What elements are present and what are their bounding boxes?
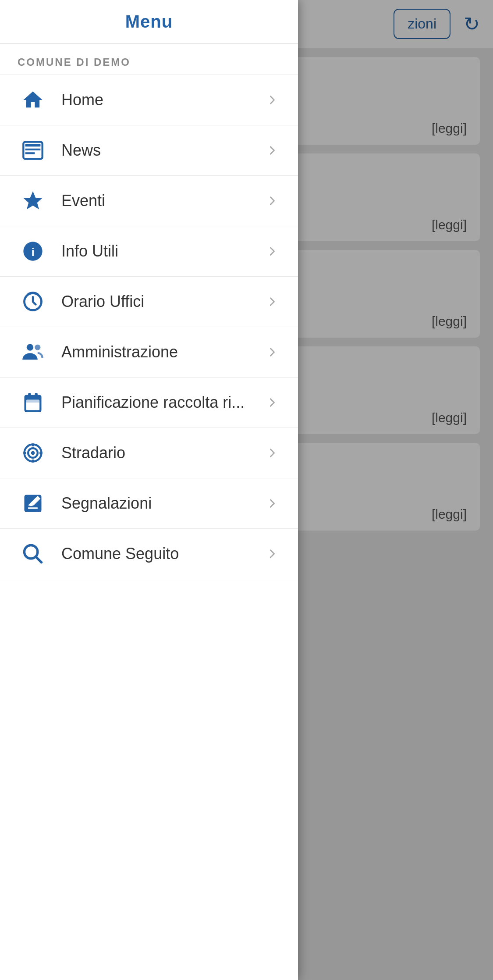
menu-item-comune-seguito-label: Comune Seguito: [61, 545, 265, 563]
target-icon: [18, 442, 48, 464]
menu-title: Menu: [125, 12, 173, 32]
chevron-right-icon: [265, 245, 280, 257]
menu-item-stradario[interactable]: Stradario: [0, 428, 298, 478]
svg-text:i: i: [31, 246, 34, 259]
svg-rect-10: [28, 393, 31, 397]
chevron-right-icon: [265, 497, 280, 510]
svg-rect-12: [26, 400, 39, 403]
menu-item-comune-seguito[interactable]: Comune Seguito: [0, 529, 298, 579]
chevron-right-icon: [265, 296, 280, 308]
chevron-right-icon: [265, 195, 280, 207]
menu-list: Home News: [0, 75, 298, 980]
svg-marker-2: [23, 191, 42, 209]
clock-icon: [18, 290, 48, 313]
menu-item-pianificazione[interactable]: Pianificazione raccolta ri...: [0, 378, 298, 428]
menu-section-label: COMUNE DI DEMO: [0, 44, 298, 75]
chevron-right-icon: [265, 396, 280, 409]
menu-item-orario-uffici-label: Orario Uffici: [61, 292, 265, 311]
home-icon: [18, 89, 48, 111]
menu-item-info-utili[interactable]: i Info Utili: [0, 226, 298, 277]
menu-item-stradario-label: Stradario: [61, 444, 265, 462]
menu-item-amministrazione-label: Amministrazione: [61, 343, 265, 361]
group-icon: [18, 341, 48, 363]
svg-point-6: [27, 344, 33, 351]
menu-item-home-label: Home: [61, 91, 265, 109]
menu-item-pianificazione-label: Pianificazione raccolta ri...: [61, 393, 265, 412]
chevron-right-icon: [265, 447, 280, 459]
search-icon: [18, 542, 48, 565]
svg-point-7: [35, 345, 40, 350]
svg-rect-11: [35, 393, 37, 397]
chevron-right-icon: [265, 346, 280, 358]
info-icon: i: [18, 240, 48, 263]
menu-item-home[interactable]: Home: [0, 75, 298, 125]
edit-icon: [18, 492, 48, 515]
menu-item-segnalazioni-label: Segnalazioni: [61, 494, 265, 513]
menu-item-eventi[interactable]: Eventi: [0, 176, 298, 226]
menu-item-amministrazione[interactable]: Amministrazione: [0, 327, 298, 378]
menu-item-news[interactable]: News: [0, 125, 298, 176]
svg-line-23: [36, 557, 42, 563]
menu-item-orario-uffici[interactable]: Orario Uffici: [0, 277, 298, 327]
chevron-right-icon: [265, 144, 280, 157]
menu-item-eventi-label: Eventi: [61, 192, 265, 210]
chevron-right-icon: [265, 548, 280, 560]
menu-item-info-utili-label: Info Utili: [61, 242, 265, 260]
menu-item-segnalazioni[interactable]: Segnalazioni: [0, 478, 298, 529]
chevron-right-icon: [265, 94, 280, 106]
calendar-icon: [18, 391, 48, 414]
menu-drawer: Menu COMUNE DI DEMO Home: [0, 0, 298, 980]
svg-point-15: [31, 451, 35, 455]
menu-item-news-label: News: [61, 141, 265, 160]
news-icon: [18, 139, 48, 162]
menu-header: Menu: [0, 0, 298, 44]
eventi-icon: [18, 189, 48, 212]
